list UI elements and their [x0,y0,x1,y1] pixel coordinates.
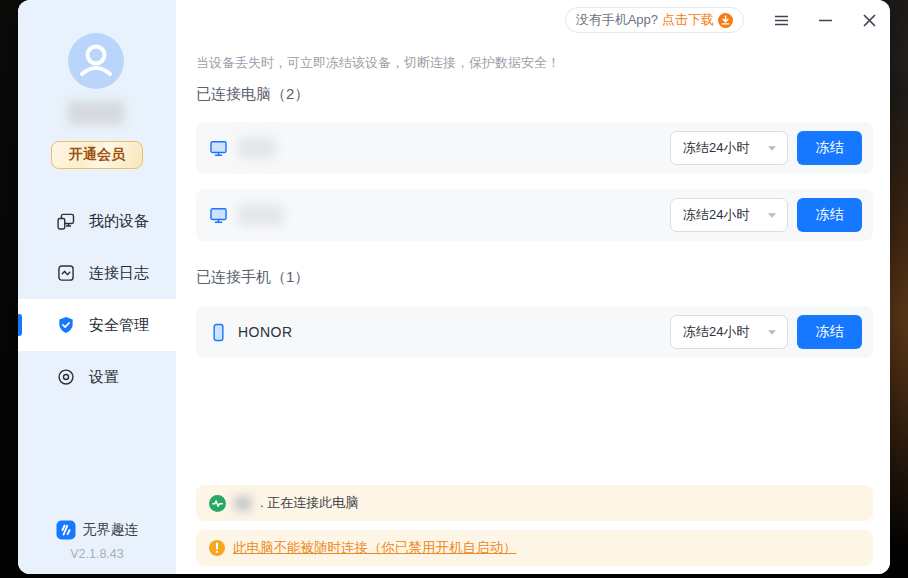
settings-icon [56,367,76,387]
connection-status-text: . 正在连接此电脑 [260,494,358,512]
chevron-down-icon [767,329,777,336]
sidebar-item-label: 我的设备 [89,212,149,231]
freeze-button[interactable]: 冻结 [797,315,862,349]
freeze-duration-select[interactable]: 冻结24小时 [670,131,788,165]
sidebar-item-label: 设置 [89,368,119,387]
sidebar-item-my-devices[interactable]: 我的设备 [18,195,176,247]
titlebar: 没有手机App? 点击下载 [565,7,878,33]
sidebar-item-security[interactable]: 安全管理 [18,299,176,351]
sidebar-menu: 我的设备 连接日志 安全管理 [18,195,176,403]
app-logo-icon [56,520,76,540]
freeze-button[interactable]: 冻结 [797,131,862,165]
device-name: HONOR [238,324,293,340]
sidebar: 开通会员 我的设备 连接日志 [18,0,176,574]
computers-section-header: 已连接电脑（2） [196,85,309,104]
freeze-duration-value: 冻结24小时 [683,139,767,157]
username-redacted [68,101,124,125]
device-row-phone-1: HONOR 冻结24小时 冻结 [196,306,873,358]
freeze-duration-select[interactable]: 冻结24小时 [670,198,788,232]
computer-icon [209,139,228,158]
warning-icon [209,540,225,556]
avatar[interactable] [68,33,124,89]
autostart-warning-link[interactable]: 此电脑不能被随时连接（你已禁用开机自启动） [233,539,517,557]
sidebar-item-settings[interactable]: 设置 [18,351,176,403]
warning-banner: 此电脑不能被随时连接（你已禁用开机自启动） [196,530,873,566]
sidebar-item-connection-log[interactable]: 连接日志 [18,247,176,299]
sidebar-footer: 无界趣连 V2.1.8.43 [18,520,176,561]
phone-icon [209,323,228,342]
user-icon [68,33,124,89]
desktop-background: { "titlebar": { "download_prompt": "没有手机… [0,0,908,578]
sidebar-item-label: 安全管理 [89,316,149,335]
app-window: 开通会员 我的设备 连接日志 [18,0,890,574]
connecting-device-name-redacted [234,496,252,511]
freeze-duration-value: 冻结24小时 [683,206,767,224]
phones-section-header: 已连接手机（1） [196,268,309,287]
menu-button[interactable] [773,12,790,29]
chevron-down-icon [767,145,777,152]
minimize-button[interactable] [817,12,834,29]
device-name-redacted [238,137,276,159]
freeze-button[interactable]: 冻结 [797,198,862,232]
device-name-redacted [238,204,284,226]
close-button[interactable] [861,12,878,29]
chevron-down-icon [767,212,777,219]
main-content: 没有手机App? 点击下载 当设备丢失时，可立即冻结该设备，切断连接，保护数据安… [176,0,890,574]
activity-icon [209,495,226,512]
connection-status-banner: . 正在连接此电脑 [196,485,873,521]
app-name: 无界趣连 [83,521,139,539]
computer-icon [209,206,228,225]
download-prompt-text: 没有手机App? [576,11,658,29]
device-row-computer-2: 冻结24小时 冻结 [196,189,873,241]
download-icon [718,13,733,28]
security-description: 当设备丢失时，可立即冻结该设备，切断连接，保护数据安全！ [196,54,560,72]
freeze-duration-value: 冻结24小时 [683,323,767,341]
log-icon [56,263,76,283]
download-action-text: 点击下载 [662,11,714,29]
devices-icon [56,211,76,231]
membership-button[interactable]: 开通会员 [51,141,143,169]
freeze-duration-select[interactable]: 冻结24小时 [670,315,788,349]
download-app-button[interactable]: 没有手机App? 点击下载 [565,7,744,33]
active-indicator [18,314,22,336]
sidebar-item-label: 连接日志 [89,264,149,283]
app-version: V2.1.8.43 [18,547,176,561]
device-row-computer-1: 冻结24小时 冻结 [196,122,873,174]
shield-check-icon [56,315,76,335]
